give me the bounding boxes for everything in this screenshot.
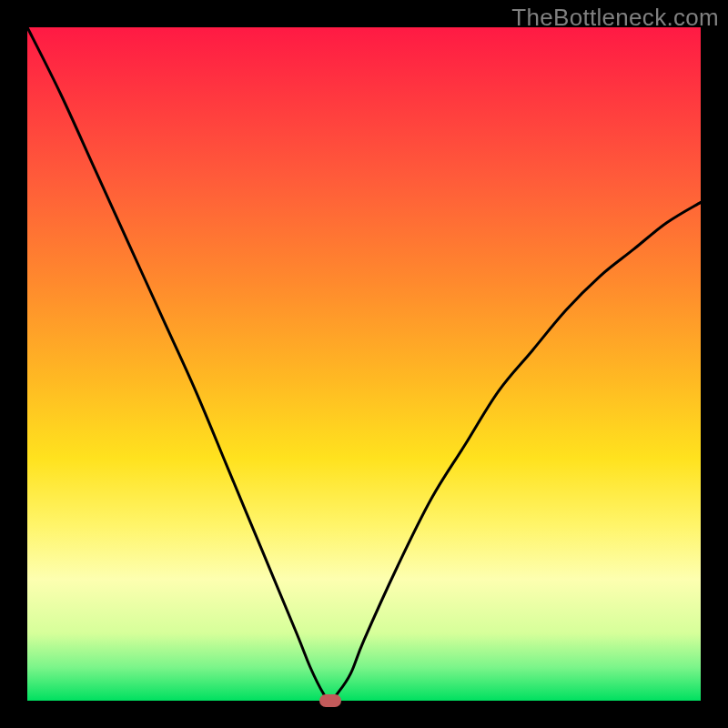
optimal-point-marker — [319, 694, 341, 707]
chart-frame: TheBottleneck.com — [0, 0, 728, 728]
watermark-text: TheBottleneck.com — [511, 4, 719, 32]
bottleneck-curve — [27, 27, 701, 701]
